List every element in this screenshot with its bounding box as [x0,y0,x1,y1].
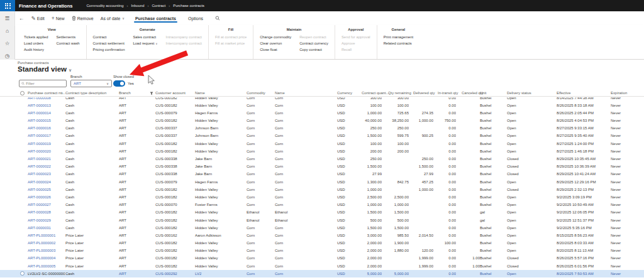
ribbon-item-copy-contract[interactable]: Copy contract [299,46,328,53]
cell-contract[interactable]: ART-0000022 [28,163,65,170]
grid-row[interactable]: ART-0000016CashARTCUS-000337Johnson Barn… [0,124,644,132]
cell-contract[interactable]: ART-PL0000002 [28,239,65,247]
cell-contract[interactable]: ART-0000025 [28,186,65,193]
grid-row[interactable]: ART-0000028CashARTCUS-000182Hidden Valle… [0,208,644,216]
grid-row[interactable]: ART-PL0000005Price LaterARTCUS-000182Hid… [0,262,644,270]
grid-row[interactable]: ART-0000021CashARTCUS-000338Jake BarnCor… [0,155,644,163]
hamburger-menu-icon[interactable]: ☰ [3,14,13,22]
ribbon-item-tickets-applied[interactable]: Tickets applied [24,34,48,40]
grid-row[interactable]: ART-0000025CashARTCUS-000182Hidden Valle… [0,186,644,193]
breadcrumb-item[interactable]: Purchase contracts [173,4,204,8]
grid-row[interactable]: ART-0000022CashARTCUS-000338Jake BarnCor… [0,163,644,170]
ribbon-item-sales-contract[interactable]: Sales contract [133,34,157,40]
grid-row[interactable]: ART-0000014CashARTCUS-000079Hagen FarmsC… [0,109,644,117]
column-header-delivered_qty[interactable]: Delivered qty [413,90,435,97]
cell-contract[interactable]: ART-0000031 [28,224,65,232]
column-header-type[interactable]: Contract type description [65,90,106,97]
cell-contract[interactable]: ART-0000008 [28,97,65,102]
grid-row[interactable]: ART-0000008CashARTCUS-000182Hidden Valle… [0,97,644,102]
grid-row[interactable]: ART-0000024CashARTCUS-000079Hagen FarmsC… [0,178,644,186]
breadcrumb-item[interactable]: Inbound [131,4,144,8]
ribbon-item-settlements[interactable]: Settlements [56,34,79,40]
column-header-unit[interactable]: Unit [480,90,486,97]
as-of-date-button[interactable]: As of date∨ [101,16,125,21]
cell-contract[interactable]: ART-0000017 [28,132,65,139]
cell-contract[interactable]: ART-0000023 [28,170,65,178]
remove-button[interactable]: Remove [72,16,94,21]
ribbon-item-related-contracts[interactable]: Related contracts [384,40,413,46]
recent-clock-icon[interactable]: ◷ [3,52,13,60]
cell-contract[interactable]: ART-PL0000001 [28,232,65,239]
cell-contract[interactable]: ART-0000015 [28,117,65,124]
cell-contract[interactable]: ART-0000029 [28,217,65,224]
column-header-expiration[interactable]: Expiration [611,90,627,97]
column-header-branch[interactable]: Branch [119,90,131,97]
grid-row[interactable]: ART-0000020CashARTCUS-000182Hidden Valle… [0,148,644,155]
action-search-button[interactable] [215,16,220,21]
grid-row-selected[interactable]: LV2LV2-SC-000000001CashARTCUS-000292LV2C… [0,270,644,277]
column-header-qty_remaining[interactable]: Qty remaining [388,90,411,97]
breadcrumb-item[interactable]: Contract [152,4,165,8]
ribbon-item-clear-overrun[interactable]: Clear overrun [260,40,291,46]
grid-row[interactable]: ART-0000015CashARTCUS-000182Hidden Valle… [0,117,644,124]
cell-contract[interactable]: ART-0000020 [28,148,65,155]
grid-row[interactable]: ART-0000013CashARTCUS-000182Hidden Valle… [0,102,644,109]
cell-contract[interactable]: ART-PL0000005 [28,262,65,270]
show-closed-toggle[interactable] [113,80,125,87]
column-header-in_transit_qty[interactable]: In-transit qty [438,90,458,97]
ribbon-item-audit-history[interactable]: Audit history [24,46,48,53]
cell-contract[interactable]: ART-0000027 [28,201,65,208]
column-header-currency[interactable]: Currency [337,90,352,97]
column-header-effective[interactable]: Effective [557,90,570,97]
grid-filter-input[interactable] [26,82,64,85]
edit-button[interactable]: ✎Edit [31,16,45,21]
new-button[interactable]: +New [52,16,65,21]
cell-contract[interactable]: ART-PL0000004 [28,254,65,262]
cell-contract[interactable]: ART-0000019 [28,140,65,148]
grid-row[interactable]: ART-PL0000001Price LaterARTCUS-000162Aar… [0,232,644,239]
app-launcher-waffle-icon[interactable] [0,0,15,11]
column-header-customer[interactable]: Customer account [155,90,186,97]
cell-contract[interactable]: ART-0000013 [28,102,65,109]
cell-contract[interactable]: ART-0000014 [28,109,65,117]
grid-row[interactable]: ART-0000029CashARTCUS-000182Hidden Valle… [0,217,644,224]
back-button[interactable]: ← [19,16,25,21]
ribbon-item-contract-currency[interactable]: Contract currency [299,40,328,46]
view-selector[interactable]: Standard view∨ [18,65,72,73]
grid-row[interactable]: ART-0000017CashARTCUS-000337Johnson Barn… [0,132,644,139]
column-header-name[interactable]: Name [195,90,205,97]
grid-row[interactable]: ART-0000026CashARTCUS-000182Hidden Valle… [0,193,644,201]
favorites-star-icon[interactable]: ☆ [3,40,13,47]
column-header-commodity_name[interactable]: Name [275,90,285,97]
breadcrumb-item[interactable]: Commodity accounting [86,4,123,8]
tab-options[interactable]: Options [187,14,204,23]
column-header-commodity[interactable]: Commodity [247,90,265,97]
grid-row[interactable]: ART-PL0000003Price LaterARTCUS-000182Hid… [0,247,644,254]
ribbon-item-change-commodity[interactable]: Change commodity [260,34,291,40]
grid-row[interactable]: ART-PL0000004Price LaterARTCUS-000182Hid… [0,254,644,262]
grid-row[interactable]: ART-0000019CashARTCUS-000182Hidden Valle… [0,140,644,148]
ribbon-item-load-orders[interactable]: Load orders [24,40,48,46]
ribbon-item-pricing-confirmation[interactable]: Pricing confirmation [93,46,125,53]
home-icon[interactable]: ⌂ [3,27,13,35]
ribbon-item-contract-settlement[interactable]: Contract settlement [93,40,125,46]
grid-row[interactable]: ART-0000027CashARTCUS-000070Foster Farms… [0,201,644,208]
cell-contract[interactable]: LV2LV2-SC-000000001 [28,270,65,277]
cell-contract[interactable]: ART-PL0000003 [28,247,65,254]
grid-row[interactable]: ART-PL0000002Price LaterARTCUS-000182Hid… [0,239,644,247]
column-header-delivery_status[interactable]: Delivery status [507,90,531,97]
tab-purchase-contracts[interactable]: Purchase contracts [134,14,177,23]
select-all-checkbox[interactable] [20,91,25,95]
ribbon-item-contract-wash[interactable]: Contract wash [56,40,79,46]
ribbon-item-load-request[interactable]: Load request∨ [133,40,157,47]
grid-row[interactable]: ART-0000031CashARTCUS-000182Hidden Valle… [0,224,644,232]
cell-contract[interactable]: ART-0000028 [28,208,65,216]
column-header-contract_qty[interactable]: Contract quant... [362,90,389,97]
cell-contract[interactable]: ART-0000024 [28,178,65,186]
ribbon-item-print-management[interactable]: Print management [384,34,413,40]
cell-contract[interactable]: ART-0000026 [28,193,65,201]
row-select-checkbox[interactable] [20,271,25,276]
ribbon-item-contract[interactable]: Contract [93,34,125,40]
cell-contract[interactable]: ART-0000021 [28,155,65,163]
grid-row[interactable]: ART-0000023CashARTCUS-000338Jake BarnCor… [0,170,644,178]
